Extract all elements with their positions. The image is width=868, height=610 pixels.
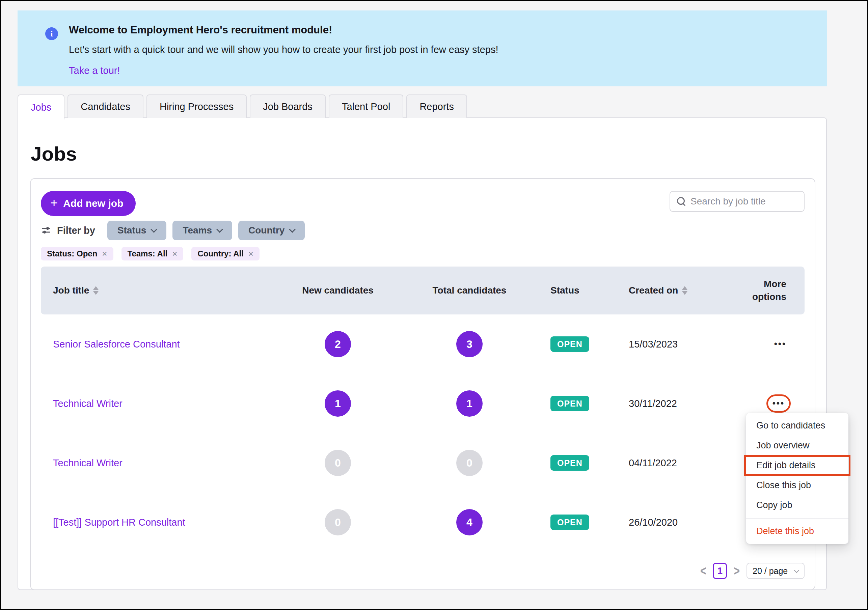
tab-candidates[interactable]: Candidates (68, 94, 143, 118)
tab-job-boards-label: Job Boards (263, 101, 313, 112)
column-status: Status (540, 285, 618, 296)
job-title-link[interactable]: Technical Writer (53, 398, 122, 409)
chevron-right-icon[interactable]: > (734, 564, 740, 578)
column-created-on[interactable]: Created on (618, 285, 729, 296)
teams-filter-dropdown[interactable]: Teams (172, 221, 232, 240)
total-candidates-count: 0 (456, 450, 483, 476)
chip-country-all-label: Country: All (197, 249, 243, 259)
search-input[interactable] (690, 196, 797, 207)
created-on-date: 26/10/2020 (629, 517, 678, 528)
jobs-panel: Jobs + Add new job Filter by Status (17, 118, 827, 590)
chip-teams-all[interactable]: Teams: All × (121, 247, 184, 260)
add-new-job-label: Add new job (63, 198, 123, 209)
info-icon: i (45, 27, 58, 40)
menu-item-close-this-job[interactable]: Close this job (746, 475, 848, 495)
add-new-job-button[interactable]: + Add new job (41, 191, 136, 216)
banner-subtitle: Let's start with a quick tour and we wil… (69, 44, 810, 55)
table-header: Job title New candidates Total candidate… (41, 266, 804, 314)
created-on-date: 30/11/2022 (629, 398, 677, 409)
banner-title: Welcome to Employment Hero's recruitment… (69, 24, 810, 36)
menu-item-edit-job-details[interactable]: Edit job details (746, 455, 848, 475)
menu-divider (746, 518, 848, 519)
toolbar: + Add new job (41, 191, 804, 216)
tab-hiring-processes[interactable]: Hiring Processes (146, 94, 247, 118)
welcome-banner: i Welcome to Employment Hero's recruitme… (17, 11, 827, 87)
page-title: Jobs (31, 142, 77, 165)
status-badge: OPEN (550, 455, 589, 471)
sort-icon[interactable] (682, 286, 687, 295)
tab-talent-pool[interactable]: Talent Pool (329, 94, 404, 118)
new-candidates-count: 1 (325, 390, 351, 416)
status-badge: OPEN (550, 396, 589, 411)
column-new-candidates: New candidates (302, 285, 374, 296)
page-size-select[interactable]: 20 / page (747, 563, 804, 579)
chip-status-open[interactable]: Status: Open × (41, 247, 113, 260)
chevron-down-icon (150, 226, 157, 233)
plus-icon: + (50, 197, 58, 209)
created-on-date: 15/03/2023 (629, 339, 678, 350)
filter-row: Filter by Status Teams Country (41, 221, 804, 240)
filter-by-label: Filter by (57, 225, 95, 236)
chip-country-all[interactable]: Country: All × (191, 247, 259, 260)
search-icon (677, 197, 686, 206)
tab-bar: Jobs Candidates Hiring Processes Job Boa… (17, 94, 467, 118)
filter-icon (41, 225, 52, 236)
current-page-button[interactable]: 1 (713, 563, 727, 579)
column-job-title[interactable]: Job title (41, 285, 277, 296)
table-row: Technical Writer 1 1 OPEN 30/11/2022 ••• (41, 374, 804, 433)
table-row: Senior Salesforce Consultant 2 3 OPEN 15… (41, 314, 804, 374)
jobs-card: + Add new job Filter by Status Team (30, 178, 815, 590)
tab-jobs[interactable]: Jobs (17, 94, 65, 119)
tab-reports-label: Reports (420, 101, 454, 112)
new-candidates-count: 0 (325, 509, 351, 536)
total-candidates-count: 4 (456, 509, 483, 536)
status-filter-dropdown[interactable]: Status (107, 221, 167, 240)
column-job-title-label: Job title (53, 285, 89, 296)
status-badge: OPEN (550, 514, 589, 530)
menu-item-copy-job[interactable]: Copy job (746, 495, 848, 515)
new-candidates-count: 0 (325, 450, 351, 476)
pagination: < 1 > 20 / page (41, 563, 804, 579)
close-icon[interactable]: × (102, 249, 107, 258)
sort-icon[interactable] (93, 286, 99, 295)
column-more-options: More options (729, 278, 805, 303)
more-options-context-menu: Go to candidates Job overview Edit job d… (746, 413, 848, 544)
chevron-down-icon (794, 568, 800, 573)
job-title-link[interactable]: [[Test]] Support HR Consultant (53, 517, 185, 528)
active-filter-chips: Status: Open × Teams: All × Country: All… (41, 247, 804, 260)
tab-reports[interactable]: Reports (406, 94, 467, 118)
table-row: [[Test]] Support HR Consultant 0 4 OPEN … (41, 492, 804, 552)
tab-job-boards[interactable]: Job Boards (250, 94, 326, 118)
take-a-tour-link[interactable]: Take a tour! (69, 65, 120, 76)
annotation-highlight-ellipse: ••• (766, 395, 791, 412)
job-title-link[interactable]: Senior Salesforce Consultant (53, 339, 180, 350)
column-created-on-label: Created on (629, 285, 678, 296)
tab-hiring-processes-label: Hiring Processes (160, 101, 234, 112)
chevron-left-icon[interactable]: < (700, 564, 706, 578)
tab-talent-pool-label: Talent Pool (342, 101, 391, 112)
status-badge: OPEN (550, 336, 589, 352)
total-candidates-count: 3 (456, 331, 483, 357)
close-icon[interactable]: × (248, 249, 253, 258)
new-candidates-count: 2 (325, 331, 351, 357)
page-size-value: 20 / page (753, 566, 788, 576)
created-on-date: 04/11/2022 (629, 457, 677, 469)
menu-item-go-to-candidates[interactable]: Go to candidates (746, 416, 848, 435)
job-title-link[interactable]: Technical Writer (53, 457, 122, 469)
teams-filter-label: Teams (183, 225, 212, 236)
country-filter-dropdown[interactable]: Country (238, 221, 305, 240)
chip-status-open-label: Status: Open (47, 249, 97, 259)
country-filter-label: Country (248, 225, 285, 236)
status-filter-label: Status (118, 225, 146, 236)
menu-item-job-overview[interactable]: Job overview (746, 435, 848, 455)
chip-teams-all-label: Teams: All (127, 249, 168, 259)
close-icon[interactable]: × (172, 249, 177, 258)
more-options-ellipsis-icon[interactable]: ••• (774, 338, 786, 350)
column-total-candidates: Total candidates (432, 285, 507, 296)
more-options-ellipsis-icon[interactable]: ••• (772, 398, 785, 409)
search-box[interactable] (670, 191, 804, 212)
tab-jobs-label: Jobs (31, 102, 51, 113)
table-row: Technical Writer 0 0 OPEN 04/11/2022 ••• (41, 433, 804, 492)
menu-item-delete-this-job[interactable]: Delete this job (746, 521, 848, 541)
total-candidates-count: 1 (456, 390, 483, 416)
